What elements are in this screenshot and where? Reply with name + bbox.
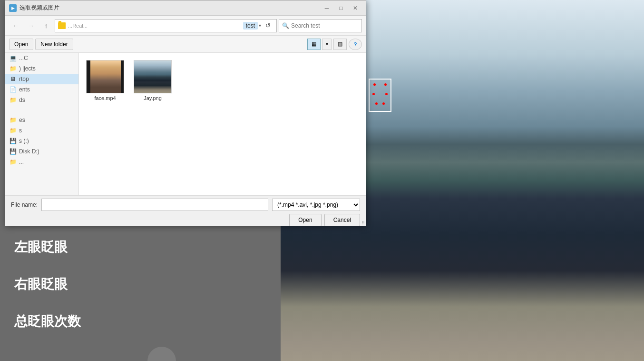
file-thumbnail-image [134, 60, 172, 93]
sidebar-label-5: es [19, 117, 25, 123]
pane-icon: ▥ [338, 41, 342, 47]
face-landmark-dot [375, 102, 378, 105]
minimize-button[interactable]: ─ [320, 3, 333, 13]
dialog-titlebar: ▶ 选取视频或图片 ─ □ ✕ [5, 0, 366, 16]
close-button[interactable]: ✕ [349, 3, 362, 13]
dialog-body: 💻 ...C 📁 ) ijects 🖥 rtop 📄 ents 📁 ds � [5, 53, 366, 195]
sidebar-icon-3: 📄 [9, 86, 17, 93]
sidebar-icon-8: 💾 [9, 148, 17, 155]
face-landmark-dot [384, 83, 387, 86]
sidebar-item-4[interactable]: 📁 ds [5, 95, 78, 105]
video-person-thumbnail [90, 60, 121, 93]
file-name-face-mp4: face.mp4 [94, 95, 116, 101]
view-dropdown-icon: ▾ [326, 41, 328, 47]
open-location-label: Open [14, 41, 28, 48]
file-item-face-mp4[interactable]: face.mp4 [84, 58, 127, 103]
search-input[interactable] [291, 22, 362, 29]
sidebar-label-4: ds [19, 97, 25, 103]
sidebar-item-9[interactable]: 📁 ... [5, 157, 78, 167]
sidebar-item-8[interactable]: 💾 Disk D:) [5, 146, 78, 157]
filename-row: File name: (*.mp4 *.avi, *.jpg *.png) [11, 199, 360, 211]
new-folder-label: New folder [40, 41, 68, 48]
resize-handle[interactable]: ⠿ [360, 220, 366, 226]
view-mode-button[interactable]: ▦ [307, 39, 321, 50]
sidebar-item-7[interactable]: 💾 s (:) [5, 136, 78, 146]
sidebar-item-6[interactable]: 📁 s [5, 125, 78, 136]
up-button[interactable]: ↑ [39, 19, 53, 32]
address-current-folder: test [243, 22, 258, 30]
sidebar-label-7: s (:) [19, 138, 29, 144]
new-folder-button[interactable]: New folder [35, 39, 73, 50]
sidebar-item-5[interactable]: 📁 es [5, 115, 78, 125]
cancel-button[interactable]: Cancel [324, 214, 360, 226]
filename-label: File name: [11, 201, 38, 208]
sidebar-icon-7: 💾 [9, 137, 17, 145]
refresh-button[interactable]: ↺ [262, 20, 273, 31]
face-landmark-dot [373, 83, 376, 86]
file-thumbnail-video [86, 60, 124, 93]
view-dropdown-button[interactable]: ▾ [322, 39, 332, 50]
pane-button[interactable]: ▥ [333, 39, 347, 50]
filename-input[interactable] [41, 199, 268, 211]
sidebar-item-2[interactable]: 🖥 rtop [5, 74, 78, 84]
file-name-jay-png: Jay.png [144, 95, 162, 101]
video-thumbnail [87, 60, 124, 93]
dialog-controls: ─ □ ✕ [320, 3, 362, 13]
face-landmark-dot [385, 93, 388, 95]
view-toolbar: Open New folder ▦ ▾ ▥ ? [5, 36, 366, 53]
folder-icon [58, 22, 66, 29]
forward-button[interactable]: → [24, 19, 38, 32]
sidebar-icon-0: 💻 [9, 54, 17, 62]
bottom-circle-decoration [147, 347, 176, 361]
sidebar-icon-9: 📁 [9, 158, 17, 166]
open-button[interactable]: Open [289, 214, 321, 226]
sidebar-icon-1: 📁 [9, 65, 17, 72]
face-detection-box [369, 79, 391, 112]
sidebar-icon-4: 📁 [9, 96, 17, 104]
film-strip-right [121, 60, 124, 93]
maximize-button[interactable]: □ [334, 3, 348, 13]
forward-icon: → [28, 22, 34, 30]
face-landmark-dot [382, 102, 385, 105]
sidebar-item-0[interactable]: 💻 ...C [5, 53, 78, 63]
blink-labels-area: 左眼眨眼 右眼眨眼 总眨眼次数 [0, 229, 152, 340]
sidebar-item-3[interactable]: 📄 ents [5, 84, 78, 95]
address-path-text: ...Real... [68, 23, 88, 29]
sidebar-item-1[interactable]: 📁 ) ijects [5, 63, 78, 74]
sidebar-label-6: s [19, 127, 22, 134]
address-bar[interactable]: ...Real... test ▾ ↺ [55, 19, 277, 32]
filetype-select[interactable]: (*.mp4 *.avi, *.jpg *.png) [272, 199, 360, 211]
dialog-bottom-bar: File name: (*.mp4 *.avi, *.jpg *.png) Op… [5, 195, 366, 226]
open-location-button[interactable]: Open [9, 39, 33, 50]
view-mode-icon: ▦ [312, 41, 316, 47]
files-area: face.mp4 Jay.png [79, 53, 366, 195]
sidebar-label-1: ) ijects [19, 65, 36, 72]
dialog-app-icon: ▶ [9, 4, 17, 12]
address-path: ...Real... [68, 22, 241, 29]
navigation-toolbar: ← → ↑ ...Real... test ▾ ↺ 🔍 [5, 16, 366, 36]
sidebar-icon-5: 📁 [9, 116, 17, 124]
total-blink-label: 总眨眼次数 [0, 303, 152, 340]
help-icon: ? [354, 41, 357, 47]
sidebar-icon-2: 🖥 [9, 75, 17, 83]
search-box[interactable]: 🔍 [279, 19, 362, 32]
film-strip-left [87, 60, 90, 93]
up-icon: ↑ [45, 22, 48, 30]
file-dialog: ▶ 选取视频或图片 ─ □ ✕ ← → ↑ ...Real... test ▾ … [5, 0, 366, 226]
help-button[interactable]: ? [349, 39, 362, 50]
sidebar-label-0: ...C [19, 55, 28, 61]
back-button[interactable]: ← [9, 19, 22, 32]
image-thumbnail [134, 60, 172, 93]
back-icon: ← [12, 22, 19, 30]
sidebar-label-9: ... [19, 159, 24, 165]
left-blink-label: 左眼眨眼 [0, 229, 152, 266]
search-icon: 🔍 [282, 22, 289, 29]
refresh-icon: ↺ [265, 22, 271, 29]
file-item-jay-png[interactable]: Jay.png [131, 58, 174, 103]
right-blink-label: 右眼眨眼 [0, 266, 152, 303]
sidebar-label-2: rtop [19, 76, 29, 82]
sidebar-icon-6: 📁 [9, 127, 17, 134]
face-landmark-dot [372, 93, 375, 95]
action-buttons-row: Open Cancel [11, 214, 360, 226]
sidebar-label-8: Disk D:) [19, 148, 39, 155]
